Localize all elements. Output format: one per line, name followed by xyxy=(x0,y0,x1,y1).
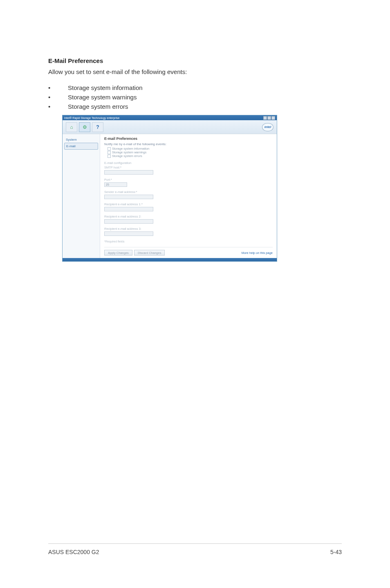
bullet-icon: • xyxy=(48,103,68,110)
sidebar-item-system[interactable]: System xyxy=(64,137,98,143)
port-input[interactable]: 25 xyxy=(104,182,127,187)
sender-label: Sender e-mail address:* xyxy=(104,190,273,194)
page-footer: ASUS ESC2000 G2 5-43 xyxy=(48,543,342,555)
list-item: • Storage system errors xyxy=(48,103,341,110)
checkbox-row: Storage system errors xyxy=(108,154,273,158)
content-pane: E-mail Preferences Notify me by e-mail o… xyxy=(100,134,277,258)
checkbox-label: Storage system errors xyxy=(112,154,142,158)
home-icon: ⌂ xyxy=(70,124,73,130)
recipient3-input[interactable] xyxy=(104,231,153,236)
gear-icon: ⚙ xyxy=(83,124,87,130)
sidebar: System E-mail xyxy=(63,134,100,258)
home-button[interactable]: ⌂ xyxy=(66,122,77,132)
help-link[interactable]: More help on this page xyxy=(242,251,273,255)
section-title: E-Mail Preferences xyxy=(48,57,341,64)
checkbox-row: Storage system information xyxy=(108,147,273,150)
bullet-list: • Storage system information • Storage s… xyxy=(48,84,341,110)
bullet-text: Storage system warnings xyxy=(68,94,137,101)
sender-input[interactable] xyxy=(104,195,153,199)
apply-button[interactable]: Apply Changes xyxy=(104,250,132,256)
bullet-icon: • xyxy=(48,84,68,91)
status-bar xyxy=(63,258,277,261)
port-label: Port:* xyxy=(104,178,273,182)
required-note: *Required fields xyxy=(104,240,273,243)
footer-right: 5-43 xyxy=(330,549,342,555)
maximize-button[interactable] xyxy=(267,116,271,120)
list-item: • Storage system information xyxy=(48,84,341,91)
checkbox-warnings[interactable] xyxy=(108,151,111,154)
footer-left: ASUS ESC2000 G2 xyxy=(48,549,99,555)
list-item: • Storage system warnings xyxy=(48,94,341,101)
recipient1-input[interactable] xyxy=(104,207,153,211)
recipient3-label: Recipient e-mail address 3: xyxy=(104,227,273,231)
notify-text: Notify me by e-mail of the following eve… xyxy=(104,142,273,146)
recipient1-label: Recipient e-mail address 1:* xyxy=(104,202,273,206)
minimize-button[interactable] xyxy=(263,116,267,120)
app-window: Intel® Rapid Storage Technology enterpri… xyxy=(62,115,277,262)
preferences-button[interactable]: ⚙ xyxy=(79,122,90,132)
help-icon: ? xyxy=(96,124,99,130)
help-toolbar-button[interactable]: ? xyxy=(92,122,103,132)
checkbox-row: Storage system warnings xyxy=(108,150,273,154)
toolbar: ⌂ ⚙ ? intel xyxy=(63,120,277,134)
window-titlebar: Intel® Rapid Storage Technology enterpri… xyxy=(63,115,277,120)
sidebar-item-email[interactable]: E-mail xyxy=(64,143,98,150)
bullet-text: Storage system errors xyxy=(68,103,128,110)
intel-logo: intel xyxy=(262,123,273,131)
config-header: E-mail configuration xyxy=(104,161,273,165)
bullet-icon: • xyxy=(48,94,68,101)
recipient2-input[interactable] xyxy=(104,219,153,224)
smtp-input[interactable] xyxy=(104,170,153,175)
bullet-text: Storage system information xyxy=(68,84,143,91)
pane-title: E-mail Preferences xyxy=(104,137,273,141)
checkbox-info[interactable] xyxy=(108,147,111,150)
checkbox-errors[interactable] xyxy=(108,155,111,158)
smtp-label: SMTP host:* xyxy=(104,166,273,169)
checkbox-label: Storage system information xyxy=(112,147,149,150)
close-button[interactable] xyxy=(271,116,275,120)
checkbox-label: Storage system warnings xyxy=(112,150,146,154)
recipient2-label: Recipient e-mail address 2: xyxy=(104,215,273,218)
discard-button[interactable]: Discard Changes xyxy=(134,250,165,256)
window-title: Intel® Rapid Storage Technology enterpri… xyxy=(64,117,119,119)
lead-text: Allow you set to sent e-mail of the foll… xyxy=(48,68,341,75)
